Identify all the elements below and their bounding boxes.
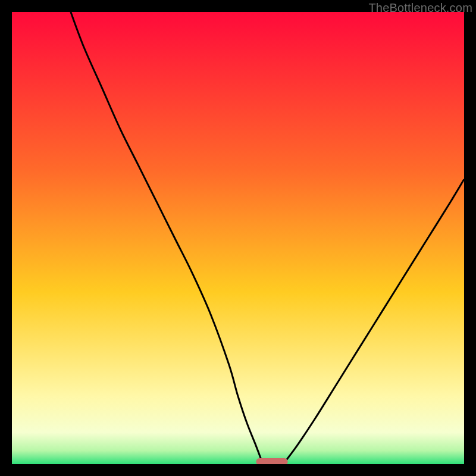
chart-frame: TheBottleneck.com [0,0,476,476]
attribution-label: TheBottleneck.com [368,1,472,15]
bottleneck-chart [12,12,464,464]
optimal-zone-marker [256,458,287,464]
